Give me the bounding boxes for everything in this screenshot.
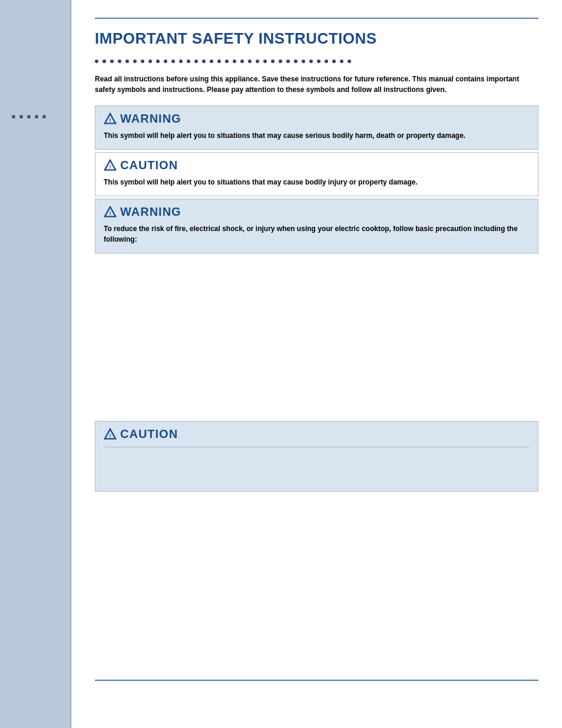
warning-box-2: ! WARNING To reduce the risk of fire, el… (95, 199, 538, 253)
dot-21 (248, 60, 252, 63)
dot-15 (202, 60, 206, 63)
svg-text:!: ! (109, 210, 111, 216)
svg-text:!: ! (109, 163, 111, 169)
dot-2 (103, 60, 106, 63)
caution-header-2: ! CAUTION (104, 427, 530, 441)
dot-29 (309, 60, 313, 63)
dot-23 (263, 60, 267, 63)
dot-28 (302, 60, 305, 63)
left-sidebar (0, 0, 71, 728)
warning-header-2: ! WARNING (104, 205, 530, 219)
caution-body-1: This symbol will help alert you to situa… (104, 177, 530, 187)
dot-14 (194, 60, 198, 63)
dot-32 (332, 60, 336, 63)
dot-33 (340, 60, 343, 63)
dot-4 (118, 60, 121, 63)
dot-31 (325, 60, 328, 63)
warning-triangle-icon-2: ! (104, 206, 117, 219)
dot-divider (95, 60, 538, 63)
dot-17 (217, 60, 221, 63)
dot-34 (348, 60, 351, 63)
dot-8 (148, 60, 152, 63)
top-rule (95, 18, 538, 19)
warning-triangle-icon-1: ! (104, 113, 117, 126)
dot-10 (164, 60, 167, 63)
sidebar-dots (0, 0, 59, 118)
sidebar-dot (42, 115, 46, 118)
dot-7 (141, 60, 144, 63)
dot-3 (110, 60, 114, 63)
dot-24 (271, 60, 275, 63)
page-title: IMPORTANT SAFETY INSTRUCTIONS (95, 29, 538, 48)
caution-title-2: CAUTION (120, 427, 178, 441)
dot-12 (179, 60, 183, 63)
warning-body-2: To reduce the risk of fire, electrical s… (104, 223, 530, 245)
full-dots (95, 60, 538, 63)
dot-22 (256, 60, 259, 63)
intro-text: Read all instructions before using this … (95, 74, 538, 95)
dot-25 (279, 60, 282, 63)
dot-6 (133, 60, 137, 63)
warning-box-1: ! WARNING This symbol will help alert yo… (95, 106, 538, 150)
dot-5 (125, 60, 129, 63)
caution-inner-line (104, 447, 530, 447)
dot-30 (317, 60, 320, 63)
caution-header-1: ! CAUTION (104, 159, 530, 172)
caution-triangle-icon-2: ! (104, 428, 117, 441)
dot-16 (210, 60, 213, 63)
warning-body-1: This symbol will help alert you to situa… (104, 130, 530, 141)
caution-box-2: ! CAUTION (95, 421, 538, 492)
sidebar-dot (19, 115, 23, 118)
sidebar-dot (27, 115, 31, 118)
caution-title-1: CAUTION (120, 159, 178, 172)
warning-title-1: WARNING (120, 112, 181, 126)
caution-triangle-icon-1: ! (104, 159, 117, 172)
dot-20 (240, 60, 244, 63)
caution-box-1: ! CAUTION This symbol will help alert yo… (95, 152, 538, 196)
warning-title-2: WARNING (120, 205, 181, 219)
sidebar-dot (35, 115, 38, 118)
svg-text:!: ! (109, 432, 111, 438)
dot-1 (95, 60, 98, 63)
main-content: IMPORTANT SAFETY INSTRUCTIONS (71, 0, 562, 728)
dot-26 (286, 60, 290, 63)
dot-9 (156, 60, 160, 63)
warning-header-1: ! WARNING (104, 112, 530, 126)
dot-27 (294, 60, 297, 63)
dot-19 (233, 60, 236, 63)
content-area: IMPORTANT SAFETY INSTRUCTIONS (95, 18, 538, 699)
bottom-rule (95, 680, 538, 681)
svg-text:!: ! (109, 117, 111, 123)
sidebar-dot (12, 115, 15, 118)
dot-13 (187, 60, 190, 63)
dot-11 (171, 60, 175, 63)
spacer-block (95, 256, 538, 409)
dot-18 (225, 60, 229, 63)
